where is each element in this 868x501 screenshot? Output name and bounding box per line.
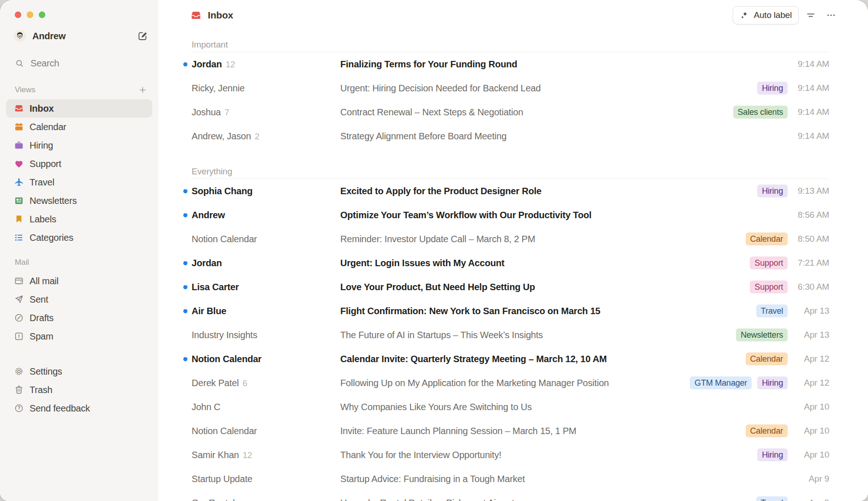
sidebar-item-categories[interactable]: Categories bbox=[6, 228, 152, 247]
sidebar-item-label: Spam bbox=[30, 331, 53, 342]
email-row[interactable]: Car RentalsUpgrade: Rental Details – Pic… bbox=[158, 491, 868, 501]
sidebar-item-calendar[interactable]: Calendar bbox=[6, 118, 152, 136]
search-button[interactable]: Search bbox=[15, 58, 148, 69]
email-row[interactable]: Andrew, Jason2Strategy Alignment Before … bbox=[158, 124, 868, 148]
sidebar-item-drafts[interactable]: Drafts bbox=[6, 309, 152, 327]
email-sender: Sophia Chang bbox=[192, 186, 340, 197]
email-row[interactable]: Notion CalendarReminder: Investor Update… bbox=[158, 227, 868, 251]
more-button[interactable] bbox=[823, 7, 839, 24]
label-pill[interactable]: GTM Manager bbox=[690, 376, 752, 389]
email-row[interactable]: Industry InsightsThe Future of AI in Sta… bbox=[158, 323, 868, 347]
email-time: Apr 12 bbox=[788, 378, 829, 388]
avatar bbox=[14, 30, 26, 42]
sidebar-item-support[interactable]: Support bbox=[6, 155, 152, 173]
sidebar-item-send-feedback[interactable]: ?Send feedback bbox=[6, 399, 152, 418]
sidebar-item-label: All mail bbox=[30, 276, 59, 286]
sidebar-item-label: Hiring bbox=[30, 140, 53, 151]
email-row[interactable]: Notion CalendarInvite: Feature Launch Pl… bbox=[158, 419, 868, 443]
labels-icon bbox=[14, 214, 24, 224]
main-header: Inbox Auto label bbox=[158, 0, 868, 30]
sent-icon bbox=[14, 294, 24, 304]
email-subject: Following Up on My Application for the M… bbox=[340, 378, 690, 388]
account-name: Andrew bbox=[32, 31, 66, 42]
email-sender: Andrew bbox=[192, 210, 340, 221]
email-row[interactable]: Sophia ChangExcited to Apply for the Pro… bbox=[158, 179, 868, 203]
sidebar-item-label: Sent bbox=[30, 294, 48, 305]
email-row[interactable]: Air BlueFlight Confirmation: New York to… bbox=[158, 299, 868, 323]
sidebar-item-sent[interactable]: Sent bbox=[6, 290, 152, 309]
unread-indicator bbox=[183, 309, 187, 313]
label-pill[interactable]: Hiring bbox=[757, 448, 788, 461]
email-row[interactable]: Joshua7Contract Renewal – Next Steps & N… bbox=[158, 100, 868, 124]
thread-count: 2 bbox=[255, 131, 259, 142]
sidebar-item-all-mail[interactable]: All mail bbox=[6, 272, 152, 290]
sidebar: Andrew Search ViewsInboxCalendarHiringSu… bbox=[0, 0, 158, 501]
sidebar-item-label: Drafts bbox=[30, 313, 54, 323]
window-control-zoom[interactable] bbox=[39, 12, 45, 18]
label-pill[interactable]: Sales clients bbox=[733, 106, 788, 119]
spam-icon bbox=[14, 331, 24, 341]
email-sender: Derek Patel6 bbox=[192, 378, 340, 388]
window-control-close[interactable] bbox=[15, 12, 21, 18]
inbox-icon bbox=[14, 103, 24, 113]
sidebar-item-trash[interactable]: Trash bbox=[6, 381, 152, 399]
email-sender: Lisa Carter bbox=[192, 282, 340, 292]
filter-button[interactable] bbox=[802, 7, 819, 24]
sidebar-item-label: Support bbox=[30, 159, 61, 169]
label-pill[interactable]: Travel bbox=[756, 304, 788, 317]
email-subject: Upgrade: Rental Details – Pick up at Air… bbox=[340, 498, 756, 501]
window-control-minimize[interactable] bbox=[27, 12, 33, 18]
label-pill[interactable]: Travel bbox=[756, 496, 788, 501]
sidebar-item-label: Settings bbox=[30, 366, 62, 377]
email-subject: Strategy Alignment Before Board Meeting bbox=[340, 131, 788, 142]
label-pill[interactable]: Hiring bbox=[757, 82, 788, 95]
sidebar-item-labels[interactable]: Labels bbox=[6, 210, 152, 228]
sidebar-item-newsletters[interactable]: Newsletters bbox=[6, 191, 152, 210]
thread-count: 12 bbox=[225, 60, 235, 70]
email-subject: Contract Renewal – Next Steps & Negotiat… bbox=[340, 107, 733, 118]
label-pill[interactable]: Hiring bbox=[757, 376, 788, 389]
label-pill[interactable]: Calendar bbox=[746, 233, 788, 245]
sidebar-item-hiring[interactable]: Hiring bbox=[6, 136, 152, 155]
email-row[interactable]: AndrewOptimize Your Team’s Workflow with… bbox=[158, 203, 868, 227]
label-pill[interactable]: Calendar bbox=[746, 352, 788, 365]
label-pill[interactable]: Support bbox=[750, 280, 788, 293]
compose-button[interactable] bbox=[137, 30, 148, 42]
email-time: 8:50 AM bbox=[788, 234, 829, 244]
label-pill[interactable]: Support bbox=[750, 256, 788, 269]
email-row[interactable]: Ricky, JennieUrgent: Hiring Decision Nee… bbox=[158, 76, 868, 100]
email-row[interactable]: JordanUrgent: Login Issues with My Accou… bbox=[158, 251, 868, 275]
label-pill[interactable]: Calendar bbox=[746, 424, 788, 437]
email-row[interactable]: Derek Patel6Following Up on My Applicati… bbox=[158, 371, 868, 395]
sidebar-item-travel[interactable]: Travel bbox=[6, 173, 152, 191]
email-row[interactable]: John CWhy Companies Like Yours Are Switc… bbox=[158, 395, 868, 419]
sidebar-item-inbox[interactable]: Inbox bbox=[6, 99, 152, 118]
email-row[interactable]: Samir Khan12Thank You for the Interview … bbox=[158, 443, 868, 467]
sidebar-item-label: Trash bbox=[30, 385, 52, 395]
auto-label-button[interactable]: Auto label bbox=[733, 6, 799, 24]
search-label: Search bbox=[30, 58, 59, 69]
sidebar-item-spam[interactable]: Spam bbox=[6, 327, 152, 346]
add-view-button[interactable] bbox=[138, 85, 147, 95]
email-subject: Urgent: Login Issues with My Account bbox=[340, 258, 750, 268]
email-subject: Invite: Feature Launch Planning Session … bbox=[340, 426, 746, 436]
email-row[interactable]: Startup UpdateStartup Advice: Fundraisin… bbox=[158, 467, 868, 491]
email-sender: Joshua7 bbox=[192, 107, 340, 118]
label-pill[interactable]: Hiring bbox=[757, 185, 788, 197]
email-sender: Samir Khan12 bbox=[192, 450, 340, 460]
email-row[interactable]: Notion CalendarCalendar Invite: Quarterl… bbox=[158, 347, 868, 371]
email-time: Apr 13 bbox=[788, 330, 829, 340]
auto-label-sparkle-icon bbox=[740, 11, 749, 20]
sidebar-item-label: Send feedback bbox=[30, 403, 90, 414]
email-row[interactable]: Jordan12Finalizing Terms for Your Fundin… bbox=[158, 52, 868, 76]
email-time: 7:21 AM bbox=[788, 258, 829, 268]
label-pill[interactable]: Newsletters bbox=[736, 328, 788, 341]
mail-section-everything: EverythingSophia ChangExcited to Apply f… bbox=[158, 157, 868, 501]
email-sender: John C bbox=[192, 402, 340, 412]
sidebar-item-settings[interactable]: Settings bbox=[6, 362, 152, 381]
svg-text:?: ? bbox=[18, 406, 20, 411]
email-row[interactable]: Lisa CarterLove Your Product, But Need H… bbox=[158, 275, 868, 299]
email-subject: Flight Confirmation: New York to San Fra… bbox=[340, 306, 756, 316]
email-sender: Ricky, Jennie bbox=[192, 83, 340, 94]
sidebar-item-label: Travel bbox=[30, 177, 54, 188]
